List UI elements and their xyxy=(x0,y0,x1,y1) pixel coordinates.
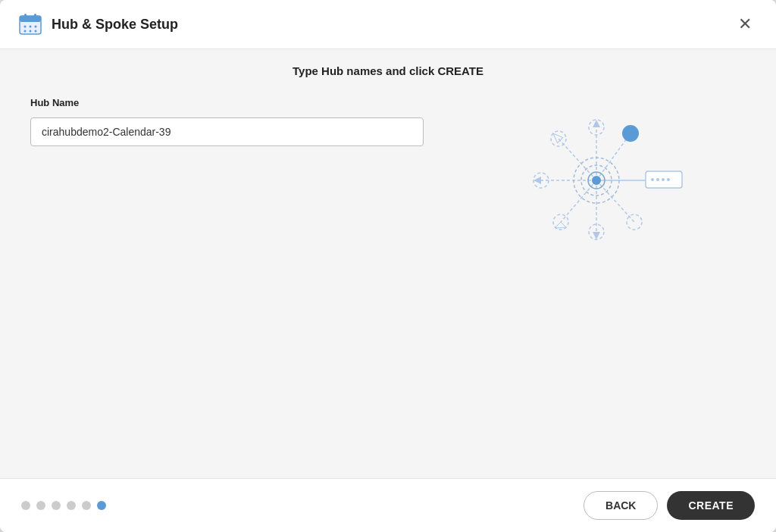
dialog-title: Hub & Spoke Setup xyxy=(52,17,178,33)
svg-marker-38 xyxy=(555,222,566,228)
svg-point-8 xyxy=(30,30,32,33)
dot-1 xyxy=(21,501,30,510)
svg-point-6 xyxy=(35,26,37,28)
dialog-header: Hub & Spoke Setup ✕ xyxy=(0,0,776,49)
svg-point-34 xyxy=(667,178,670,181)
dot-4 xyxy=(67,501,76,510)
hub-name-label: Hub Name xyxy=(30,97,424,108)
dialog-body: Type Hub names and click CREATE Hub Name xyxy=(0,49,776,478)
svg-point-5 xyxy=(30,26,32,28)
create-button[interactable]: CREATE xyxy=(667,491,755,520)
content-area: Hub Name xyxy=(0,89,776,478)
svg-point-29 xyxy=(622,125,639,142)
header-left: Hub & Spoke Setup xyxy=(18,12,178,36)
svg-marker-37 xyxy=(593,232,600,239)
svg-rect-1 xyxy=(20,16,41,22)
left-panel: Hub Name xyxy=(30,97,424,463)
svg-point-4 xyxy=(24,26,27,28)
svg-marker-35 xyxy=(550,130,562,142)
footer-buttons: BACK CREATE xyxy=(584,491,755,520)
svg-point-9 xyxy=(35,30,37,33)
dot-3 xyxy=(52,501,61,510)
right-panel xyxy=(439,97,761,463)
svg-point-31 xyxy=(651,178,654,181)
dot-5 xyxy=(82,501,91,510)
dialog-footer: BACK CREATE xyxy=(0,478,776,532)
calendar-icon xyxy=(18,12,42,36)
instruction-text: Type Hub names and click CREATE xyxy=(0,49,776,89)
svg-point-33 xyxy=(662,178,665,181)
hub-spoke-dialog: Hub & Spoke Setup ✕ Type Hub names and c… xyxy=(0,0,776,532)
dot-2 xyxy=(36,501,45,510)
svg-marker-39 xyxy=(593,120,600,127)
hub-name-input[interactable] xyxy=(30,117,424,146)
svg-rect-3 xyxy=(34,14,36,18)
hub-spoke-diagram xyxy=(517,105,684,256)
svg-marker-36 xyxy=(534,177,541,184)
svg-point-7 xyxy=(24,30,27,33)
close-button[interactable]: ✕ xyxy=(732,13,758,36)
svg-point-21 xyxy=(592,176,601,185)
svg-rect-2 xyxy=(24,14,27,18)
svg-point-32 xyxy=(656,178,659,181)
back-button[interactable]: BACK xyxy=(584,491,658,520)
dot-6-active xyxy=(97,501,106,510)
pagination-dots xyxy=(21,501,106,510)
